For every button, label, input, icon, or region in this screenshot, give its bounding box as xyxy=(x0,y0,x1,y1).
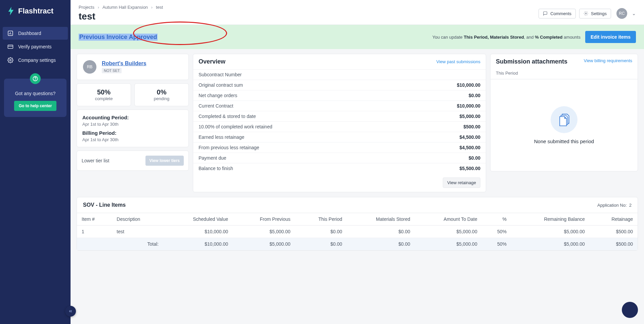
billing-title: Billing Period: xyxy=(82,130,183,136)
sov-total-row: Total:$10,000.00$5,000.00$0.00$0.00$5,00… xyxy=(77,238,638,250)
svg-point-4 xyxy=(35,80,36,80)
sov-row[interactable]: 1test$10,000.00$5,000.00$0.00$0.00$5,000… xyxy=(77,226,638,238)
comments-label: Comments xyxy=(550,11,571,16)
help-center-button[interactable]: Go to help center xyxy=(14,101,57,111)
overview-row: 10.00% of completed work retained$500.00 xyxy=(193,121,486,132)
svg-rect-1 xyxy=(8,45,13,49)
nav-label: Verify payments xyxy=(18,44,52,49)
chevron-down-icon[interactable]: ⌄ xyxy=(632,11,636,16)
nav-verify-payments[interactable]: Verify payments xyxy=(3,40,68,53)
overview-row: Subcontract Number xyxy=(193,69,486,80)
builder-avatar: RB xyxy=(83,60,96,74)
sov-title: SOV - Line Items xyxy=(83,202,126,208)
svg-point-5 xyxy=(585,13,587,14)
application-number: Application No: 2 xyxy=(597,203,632,208)
card-icon xyxy=(7,44,13,50)
billing-range: Apr 1st to Apr 30th xyxy=(82,137,183,142)
sov-header: Description xyxy=(112,213,163,226)
sidebar: Flashtract Dashboard Verify payments Com… xyxy=(0,0,71,324)
overview-label: Earned less retainage xyxy=(199,134,244,140)
overview-value: $4,500.00 xyxy=(460,145,480,150)
settings-button[interactable]: Settings xyxy=(579,9,611,18)
attachments-empty-text: None submitted this period xyxy=(534,138,594,144)
overview-value: $500.00 xyxy=(463,124,480,129)
nav-label: Company settings xyxy=(18,57,56,63)
lower-tier-label: Lower tier list xyxy=(82,158,109,163)
help-question: Got any questions? xyxy=(9,91,62,96)
overview-card: Overview View past submissions Subcontra… xyxy=(193,54,486,192)
main-content: Projects › Autumn Hall Expansion › test … xyxy=(71,0,644,324)
page-title: test xyxy=(79,11,163,22)
overview-value: $4,500.00 xyxy=(460,134,480,140)
overview-row: Balance to finish$5,500.00 xyxy=(193,163,486,173)
overview-label: Current Contract xyxy=(199,103,233,109)
approval-hint: You can update This Period, Materials St… xyxy=(432,35,581,40)
overview-label: 10.00% of completed work retained xyxy=(199,124,272,129)
overview-value: $10,000.00 xyxy=(457,82,480,88)
sov-header: From Previous xyxy=(233,213,295,226)
sov-header: Item # xyxy=(77,213,112,226)
overview-value: $10,000.00 xyxy=(457,103,480,109)
overview-label: Original contract sum xyxy=(199,82,243,88)
overview-row: Completed & stored to date$5,000.00 xyxy=(193,111,486,121)
comments-button[interactable]: Comments xyxy=(539,9,576,18)
complete-value: 50% xyxy=(82,88,126,96)
builder-status-tag: NOT SET xyxy=(102,68,122,73)
pending-value: 0% xyxy=(139,88,184,96)
overview-label: From previous less retainage xyxy=(199,145,259,150)
chevron-right-icon: › xyxy=(151,5,153,10)
overview-row: Net change orders$0.00 xyxy=(193,90,486,100)
overview-value: $5,500.00 xyxy=(460,166,480,171)
nav-dashboard[interactable]: Dashboard xyxy=(3,27,68,40)
attachments-title: Submission attachments xyxy=(496,58,567,65)
sov-header: Scheduled Value xyxy=(163,213,233,226)
overview-row: Original contract sum$10,000.00 xyxy=(193,80,486,90)
sov-header: Materials Stored xyxy=(347,213,415,226)
pending-stat: 0% pending xyxy=(134,83,189,106)
periods-card: Accounting Period: Apr 1st to Apr 30th B… xyxy=(77,110,189,147)
overview-row: Payment due$0.00 xyxy=(193,153,486,163)
view-billing-requirements-link[interactable]: View billing requirements xyxy=(584,58,632,65)
nav-company-settings[interactable]: Company settings xyxy=(3,54,68,67)
attachments-card: Submission attachments View billing requ… xyxy=(490,54,638,171)
approval-banner: Previous Invoice Approved You can update… xyxy=(71,25,644,49)
view-retainage-button[interactable]: View retainage xyxy=(443,177,480,188)
lower-tier-card: Lower tier list View lower tiers xyxy=(77,151,189,171)
overview-label: Payment due xyxy=(199,155,226,161)
approval-status: Previous Invoice Approved xyxy=(79,34,158,41)
accounting-range: Apr 1st to Apr 30th xyxy=(82,122,183,127)
logo[interactable]: Flashtract xyxy=(0,0,71,24)
overview-row: Current Contract$10,000.00 xyxy=(193,100,486,111)
overview-value: $0.00 xyxy=(469,155,480,161)
gear-icon xyxy=(584,11,588,16)
comment-icon xyxy=(543,11,548,16)
overview-label: Net change orders xyxy=(199,93,237,98)
settings-label: Settings xyxy=(591,11,607,16)
breadcrumb-projects[interactable]: Projects xyxy=(79,5,94,10)
sov-header: Retainage xyxy=(590,213,638,226)
chat-fab[interactable] xyxy=(622,302,638,318)
overview-row: Earned less retainage$4,500.00 xyxy=(193,132,486,142)
breadcrumb: Projects › Autumn Hall Expansion › test xyxy=(79,5,163,10)
complete-label: complete xyxy=(82,96,126,101)
edit-invoice-button[interactable]: Edit invoice items xyxy=(585,31,636,43)
builder-card: RB Robert's Builders NOT SET xyxy=(77,54,189,80)
chevron-left-double-icon xyxy=(68,309,73,314)
gear-icon xyxy=(7,57,13,63)
view-past-submissions-link[interactable]: View past submissions xyxy=(436,59,480,64)
user-avatar[interactable]: RC xyxy=(616,8,627,19)
breadcrumb-project-name[interactable]: Autumn Hall Expansion xyxy=(102,5,148,10)
collapse-sidebar-button[interactable] xyxy=(65,306,76,317)
overview-title: Overview xyxy=(199,58,225,65)
builder-name-link[interactable]: Robert's Builders xyxy=(102,60,146,66)
logo-text: Flashtract xyxy=(18,7,53,15)
overview-label: Balance to finish xyxy=(199,166,233,171)
overview-label: Subcontract Number xyxy=(199,72,242,77)
help-icon xyxy=(30,73,41,84)
pending-label: pending xyxy=(139,96,184,101)
sov-header: This Period xyxy=(295,213,347,226)
overview-value: $5,000.00 xyxy=(460,114,480,119)
overview-label: Completed & stored to date xyxy=(199,114,256,119)
view-lower-tiers-button[interactable]: View lower tiers xyxy=(145,156,184,166)
page-header: Projects › Autumn Hall Expansion › test … xyxy=(71,0,644,25)
